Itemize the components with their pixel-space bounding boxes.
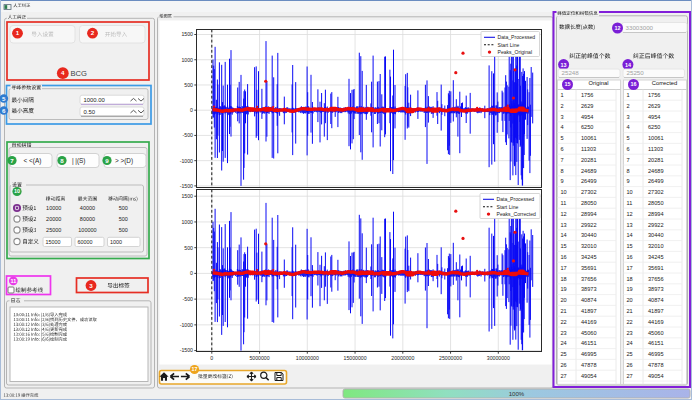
svg-text:24: 24 xyxy=(561,340,567,346)
svg-text:24689: 24689 xyxy=(581,168,597,174)
svg-text:46151: 46151 xyxy=(581,340,597,346)
svg-text:BCG: BCG xyxy=(70,69,87,78)
svg-text:20281: 20281 xyxy=(648,157,664,163)
svg-text:28994: 28994 xyxy=(648,211,664,217)
svg-text:15000000: 15000000 xyxy=(344,355,367,361)
svg-text:28050: 28050 xyxy=(648,200,664,206)
svg-text:-1500: -1500 xyxy=(180,347,193,353)
svg-text:500: 500 xyxy=(184,245,193,251)
svg-text:14: 14 xyxy=(627,232,633,238)
svg-text:12: 12 xyxy=(627,211,633,217)
svg-text:1000.00: 1000.00 xyxy=(84,97,106,103)
svg-text:2: 2 xyxy=(561,103,564,109)
svg-text:8: 8 xyxy=(60,157,64,164)
svg-text:10061: 10061 xyxy=(581,135,597,141)
svg-text:23: 23 xyxy=(561,330,567,336)
svg-text:4954: 4954 xyxy=(648,114,660,120)
svg-text:3: 3 xyxy=(89,282,93,289)
svg-text:32010: 32010 xyxy=(581,243,597,249)
svg-text:8: 8 xyxy=(627,168,630,174)
svg-text:7: 7 xyxy=(627,157,630,163)
svg-text:0: 0 xyxy=(210,355,213,361)
svg-text:10000000: 10000000 xyxy=(296,355,319,361)
svg-text:26499: 26499 xyxy=(648,178,664,184)
svg-text:5: 5 xyxy=(627,135,630,141)
svg-text:25248: 25248 xyxy=(562,69,580,76)
svg-text:18: 18 xyxy=(561,276,567,282)
svg-text:22: 22 xyxy=(627,319,633,325)
svg-text:9: 9 xyxy=(561,178,564,184)
svg-text:45060: 45060 xyxy=(581,330,597,336)
svg-text:27302: 27302 xyxy=(648,189,664,195)
svg-text:-1000: -1000 xyxy=(180,322,193,328)
svg-text:17: 17 xyxy=(561,265,567,271)
svg-text:28994: 28994 xyxy=(581,211,597,217)
svg-text:6: 6 xyxy=(561,146,564,152)
svg-text:16: 16 xyxy=(561,254,567,260)
svg-text:500: 500 xyxy=(119,227,128,233)
svg-text:32010: 32010 xyxy=(648,243,664,249)
svg-text:24: 24 xyxy=(627,340,633,346)
svg-text:6: 6 xyxy=(627,146,630,152)
svg-text:26499: 26499 xyxy=(581,178,597,184)
svg-text:25250: 25250 xyxy=(627,69,645,76)
svg-text:25000000: 25000000 xyxy=(439,355,462,361)
svg-text:0: 0 xyxy=(190,270,193,276)
svg-text:23: 23 xyxy=(627,330,633,336)
svg-text:16: 16 xyxy=(627,254,633,260)
svg-text:500: 500 xyxy=(184,82,193,88)
svg-text:80000: 80000 xyxy=(80,216,95,222)
svg-text:18: 18 xyxy=(627,276,633,282)
svg-text:44169: 44169 xyxy=(648,319,664,325)
svg-text:12: 12 xyxy=(615,25,621,31)
svg-text:10: 10 xyxy=(561,189,567,195)
svg-text:26: 26 xyxy=(627,362,633,368)
svg-text:8: 8 xyxy=(561,168,564,174)
svg-text:19: 19 xyxy=(561,286,567,292)
svg-text:100%: 100% xyxy=(509,390,525,397)
svg-text:| |(S): | |(S) xyxy=(72,157,86,165)
svg-text:11303: 11303 xyxy=(648,146,663,152)
svg-text:11: 11 xyxy=(10,278,16,284)
svg-text:34245: 34245 xyxy=(648,254,664,260)
svg-text:6250: 6250 xyxy=(648,124,660,130)
svg-text:15000: 15000 xyxy=(46,239,61,245)
svg-text:27302: 27302 xyxy=(581,189,597,195)
svg-text:15: 15 xyxy=(565,81,571,87)
svg-text:40874: 40874 xyxy=(648,297,664,303)
svg-text:41897: 41897 xyxy=(581,308,597,314)
svg-text:Corrected: Corrected xyxy=(652,80,677,86)
svg-text:1: 1 xyxy=(627,92,630,98)
svg-text:Original: Original xyxy=(589,80,609,86)
svg-text:29922: 29922 xyxy=(581,222,597,228)
svg-text:500: 500 xyxy=(119,216,128,222)
svg-text:6250: 6250 xyxy=(581,124,593,130)
svg-text:Data_Processed: Data_Processed xyxy=(497,196,535,202)
svg-text:-1000: -1000 xyxy=(180,158,193,164)
svg-text:35691: 35691 xyxy=(648,265,664,271)
svg-text:< <(A): < <(A) xyxy=(24,157,42,165)
svg-text:15: 15 xyxy=(561,243,567,249)
svg-text:100000: 100000 xyxy=(78,227,96,233)
svg-text:4: 4 xyxy=(561,124,564,130)
svg-text:46995: 46995 xyxy=(648,351,664,357)
svg-text:Data_Processed: Data_Processed xyxy=(498,34,536,40)
svg-text:47878: 47878 xyxy=(581,362,597,368)
svg-text:Start Line: Start Line xyxy=(498,42,520,48)
svg-text:38973: 38973 xyxy=(648,286,664,292)
svg-text:33003000: 33003000 xyxy=(626,24,654,31)
svg-text:500: 500 xyxy=(119,205,128,211)
svg-text:5: 5 xyxy=(561,135,564,141)
svg-text:37656: 37656 xyxy=(581,276,597,282)
svg-text:2629: 2629 xyxy=(648,103,660,109)
svg-text:1000: 1000 xyxy=(181,219,193,225)
svg-text:12: 12 xyxy=(561,211,567,217)
svg-text:16: 16 xyxy=(631,81,637,87)
svg-text:9: 9 xyxy=(105,157,109,164)
svg-text:20: 20 xyxy=(561,297,567,303)
svg-text:17: 17 xyxy=(627,265,633,271)
svg-text:11: 11 xyxy=(627,200,633,206)
svg-text:35691: 35691 xyxy=(581,265,597,271)
svg-text:45060: 45060 xyxy=(648,330,664,336)
svg-text:5: 5 xyxy=(2,95,6,102)
